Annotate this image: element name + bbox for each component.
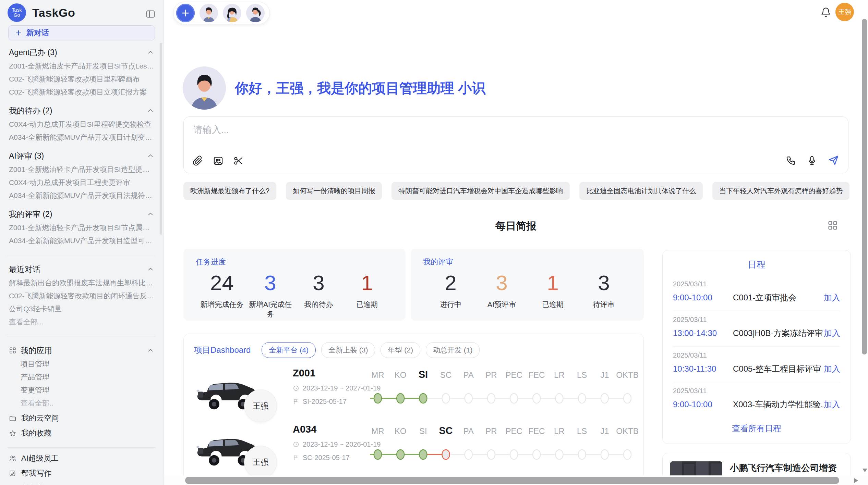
project-flag-text: SI-2025-05-17 bbox=[303, 398, 347, 406]
milestone-timeline: MRKOSISCPAPRPECFECLRLSJ1OKTB bbox=[369, 364, 643, 417]
scroll-right-arrow-icon[interactable] bbox=[854, 478, 858, 483]
stat: 1已逾期 bbox=[343, 271, 391, 319]
view-all-schedule-link[interactable]: 查看所有日程 bbox=[663, 423, 851, 434]
event-date: 2025/03/11 bbox=[673, 351, 840, 359]
svg-text:LR: LR bbox=[554, 370, 565, 380]
view-all-apps-link[interactable]: 查看全部.. bbox=[9, 399, 154, 408]
recent-conversation-item[interactable]: 解释最新出台的欧盟报废车法规再生塑料比例被调至15%... bbox=[9, 278, 154, 287]
stat: 3我的待办 bbox=[294, 271, 343, 319]
dashboard-filter-chip[interactable]: 全新平台 (4) bbox=[262, 342, 316, 358]
event-date: 2025/03/11 bbox=[673, 387, 840, 395]
dashboard-filter-chip[interactable]: 动总开发 (1) bbox=[426, 342, 480, 358]
greeting-text: 你好，王强，我是你的项目管理助理 小识 bbox=[235, 79, 485, 98]
sidebar-section-header[interactable]: 我的待办 (2) bbox=[9, 105, 154, 116]
sidebar-section-header[interactable]: 我的应用 bbox=[9, 345, 154, 356]
event-date: 2025/03/11 bbox=[673, 280, 840, 288]
chevron-up-icon bbox=[147, 347, 154, 354]
user-avatar[interactable]: 王强 bbox=[835, 3, 854, 21]
suggestion-chip[interactable]: 当下年轻人对汽车外观有怎样的喜好趋势 bbox=[712, 182, 849, 200]
recent-conversation-item[interactable]: C02-飞腾新能源轻客改款项目的闭环通告反馈情况 bbox=[9, 291, 154, 300]
sidebar-section-header[interactable]: 我的评审 (2) bbox=[9, 209, 154, 219]
sidebar-task-item[interactable]: C02-飞腾新能源轻客改款项目里程碑画布 bbox=[9, 75, 154, 84]
suggestion-chip[interactable]: 欧洲新规最近颁布了什么? bbox=[183, 182, 276, 200]
vertical-scrollbar-thumb[interactable] bbox=[862, 19, 867, 355]
project-flag-text: SC-2025-05-17 bbox=[303, 454, 350, 462]
sidebar-section-header[interactable]: AI评审 (3) bbox=[9, 151, 154, 161]
logo-line2: Go bbox=[14, 13, 20, 18]
suggestion-chip[interactable]: 特朗普可能对进口汽车增税会对中国车企造成哪些影响 bbox=[391, 182, 570, 200]
recent-conversation-item[interactable]: 公司Q3轻卡销量 bbox=[9, 304, 154, 313]
sidebar-tool-write[interactable]: 帮我写作 bbox=[9, 469, 154, 478]
stat-value: 2 bbox=[425, 271, 476, 295]
app-menu-item[interactable]: 项目管理 bbox=[9, 360, 154, 369]
stat-label: AI预评审 bbox=[476, 300, 527, 309]
sidebar-task-item[interactable]: C0X4-动力总成开发项目工程变更评审 bbox=[9, 178, 154, 187]
sidebar-collapse-icon[interactable] bbox=[145, 9, 156, 19]
sidebar-task-item[interactable]: A034-全新新能源MUV产品开发项目法规符合性评审 bbox=[9, 191, 154, 200]
stat-label: 新增AI完成任务 bbox=[246, 300, 294, 319]
app-menu-item[interactable]: 产品管理 bbox=[9, 373, 154, 382]
sidebar-task-item[interactable]: C0X4-动力总成开发项目SI里程碑提交物检查 bbox=[9, 120, 154, 129]
new-chat-button[interactable]: 新对话 bbox=[8, 25, 155, 40]
sidebar-item-label: 我的收藏 bbox=[21, 428, 51, 438]
voice-call-icon[interactable] bbox=[786, 155, 796, 166]
sidebar-tool-people[interactable]: AI超级员工 bbox=[9, 454, 154, 463]
project-row[interactable]: 王强Z0012023-12-19 ~ 2027-01-19SI-2025-05-… bbox=[193, 367, 639, 422]
notification-bell-icon[interactable] bbox=[820, 7, 831, 18]
suggestion-chip[interactable]: 比亚迪全固态电池计划具体说了什么 bbox=[579, 182, 703, 200]
message-input[interactable] bbox=[193, 124, 708, 136]
sidebar-task-item[interactable]: C02-飞腾新能源轻客改款项目立项汇报方案 bbox=[9, 88, 154, 97]
schedule-event: 2025/03/1110:30-11:30C005-整车工程目标评审加入 bbox=[663, 347, 851, 380]
scroll-down-arrow-icon[interactable] bbox=[863, 469, 867, 472]
app-menu-item[interactable]: 变更管理 bbox=[9, 386, 154, 395]
sidebar-item-label: 我的云空间 bbox=[21, 413, 59, 423]
stat: 3待评审 bbox=[578, 271, 629, 309]
sidebar-item-label: 创意制图 bbox=[21, 483, 51, 485]
my-review-card: 我的评审 2进行中3AI预评审1已逾期3待评审 bbox=[411, 249, 644, 321]
stat-label: 我的待办 bbox=[294, 300, 343, 309]
svg-text:OKTB: OKTB bbox=[616, 426, 638, 436]
sidebar-task-item[interactable]: A034-全新新能源MUV产品开发项目造型可行性评审 bbox=[9, 236, 154, 245]
dashboard-filter-chip[interactable]: 全新上装 (3) bbox=[321, 342, 375, 358]
folder-icon bbox=[9, 414, 16, 422]
join-event-link[interactable]: 加入 bbox=[824, 363, 840, 374]
suggestion-chip[interactable]: 如何写一份清晰的项目周报 bbox=[286, 182, 382, 200]
section-title-text: 我的应用 bbox=[21, 345, 52, 356]
briefing-layout-grid-icon[interactable] bbox=[827, 220, 838, 231]
microphone-icon[interactable] bbox=[807, 155, 817, 166]
dashboard-filter-chip[interactable]: 年型 (2) bbox=[381, 342, 420, 358]
app-logo-icon: Task Go bbox=[8, 3, 26, 22]
news-title: 小鹏飞行汽车制造公司增资 bbox=[730, 462, 837, 474]
sidebar-task-item[interactable]: A034-全新新能源MUV产品开发项目计划变更表编写 bbox=[9, 133, 154, 142]
sidebar-task-item[interactable]: Z001-全新燃油轻卡产品开发项目SI造型提交物评审 bbox=[9, 165, 154, 174]
event-name: C001-立项审批会 bbox=[733, 292, 824, 303]
attachment-icon[interactable] bbox=[193, 156, 203, 166]
horizontal-scrollbar-thumb[interactable] bbox=[185, 477, 839, 484]
sidebar-section-header[interactable]: Agent已办 (3) bbox=[9, 47, 154, 58]
my-review-stats: 2进行中3AI预评审1已逾期3待评审 bbox=[423, 271, 631, 309]
join-event-link[interactable]: 加入 bbox=[824, 328, 840, 339]
project-row[interactable]: 王强A0342023-12-19 ~ 2026-01-19SC-2025-05-… bbox=[193, 423, 639, 478]
sidebar-task-item[interactable]: Z001-全新燃油轻卡产品开发项目SI节点属性5D文件评审 bbox=[9, 223, 154, 232]
join-event-link[interactable]: 加入 bbox=[824, 292, 840, 303]
member-avatar[interactable] bbox=[200, 4, 218, 22]
image-upload-icon[interactable] bbox=[213, 156, 224, 166]
join-event-link[interactable]: 加入 bbox=[824, 399, 840, 410]
send-icon[interactable] bbox=[828, 154, 839, 166]
member-avatar[interactable] bbox=[223, 4, 241, 22]
dashboard-filters: 全新平台 (4)全新上装 (3)年型 (2)动总开发 (1) bbox=[262, 342, 480, 358]
svg-text:PR: PR bbox=[485, 426, 497, 436]
sidebar-section-header[interactable]: 最近对话 bbox=[9, 264, 154, 274]
member-avatar[interactable] bbox=[246, 4, 265, 22]
task-progress-card: 任务进度 24新增完成任务3新增AI完成任务3我的待办1已逾期 bbox=[183, 249, 406, 321]
svg-text:LS: LS bbox=[577, 370, 587, 380]
sidebar-item-folder[interactable]: 我的云空间 bbox=[9, 414, 154, 423]
sidebar-task-item[interactable]: Z001-全新燃油皮卡产品开发项目SI节点Lesson Learn报告 bbox=[9, 62, 154, 71]
schedule-event: 2025/03/1113:00-14:30C003|H0B-方案冻结评审加入 bbox=[663, 311, 851, 344]
event-time: 13:00-14:30 bbox=[673, 328, 733, 338]
screenshot-icon[interactable] bbox=[233, 156, 244, 166]
add-conversation-button[interactable] bbox=[176, 4, 195, 22]
view-all-conversations-link[interactable]: 查看全部... bbox=[9, 318, 154, 326]
sidebar-item-star[interactable]: 我的收藏 bbox=[9, 429, 154, 438]
sidebar-scrollbar-thumb[interactable] bbox=[160, 43, 162, 235]
